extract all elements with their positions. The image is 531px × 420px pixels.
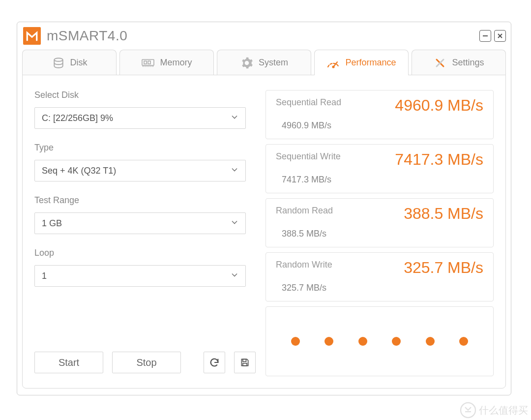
action-row: Start Stop bbox=[34, 337, 256, 376]
loop-dropdown[interactable]: 1 bbox=[34, 265, 246, 287]
app-logo-icon bbox=[23, 27, 41, 45]
result-sequential-write: Sequential Write 7417.3 MB/s 7417.3 MB/s bbox=[266, 144, 494, 193]
result-sub: 7417.3 MB/s bbox=[282, 175, 483, 185]
chevron-down-icon bbox=[231, 271, 238, 281]
tab-memory[interactable]: Memory bbox=[119, 50, 214, 75]
progress-dot bbox=[324, 337, 333, 346]
type-dropdown[interactable]: Seq + 4K (Q32 T1) bbox=[34, 160, 246, 181]
tab-label: Settings bbox=[452, 58, 484, 68]
progress-dot bbox=[459, 337, 468, 346]
progress-dot bbox=[358, 337, 367, 346]
tab-label: System bbox=[259, 58, 288, 68]
config-column: Select Disk C: [22/256GB] 9% Type Seq + … bbox=[34, 90, 256, 376]
type-value: Seq + 4K (Q32 T1) bbox=[42, 166, 116, 176]
test-range-dropdown[interactable]: 1 GB bbox=[34, 212, 246, 234]
svg-rect-5 bbox=[144, 61, 147, 64]
select-disk-value: C: [22/256GB] 9% bbox=[42, 113, 113, 123]
loop-label: Loop bbox=[34, 248, 256, 258]
memory-icon bbox=[141, 56, 155, 70]
result-value: 4960.9 MB/s bbox=[395, 96, 483, 115]
select-disk-dropdown[interactable]: C: [22/256GB] 9% bbox=[34, 107, 246, 129]
result-sub: 388.5 MB/s bbox=[282, 229, 483, 239]
tab-bar: Disk Memory System bbox=[17, 50, 511, 75]
close-button[interactable] bbox=[494, 30, 506, 42]
test-range-value: 1 GB bbox=[42, 218, 62, 229]
app-window: mSMART4.0 Disk Memory bbox=[17, 22, 511, 395]
select-disk-label: Select Disk bbox=[34, 90, 256, 100]
result-sub: 4960.9 MB/s bbox=[282, 120, 483, 131]
disk-icon bbox=[52, 56, 65, 70]
result-value: 7417.3 MB/s bbox=[395, 150, 483, 169]
result-value: 325.7 MB/s bbox=[404, 259, 483, 277]
progress-dot bbox=[392, 337, 401, 346]
chevron-down-icon bbox=[231, 113, 238, 123]
result-value: 388.5 MB/s bbox=[404, 205, 483, 223]
tab-performance[interactable]: Performance bbox=[314, 50, 409, 75]
tab-system[interactable]: System bbox=[217, 50, 311, 75]
svg-point-3 bbox=[54, 58, 62, 61]
tab-label: Performance bbox=[345, 58, 396, 68]
stop-button[interactable]: Stop bbox=[112, 352, 181, 373]
settings-x-icon bbox=[433, 56, 447, 70]
svg-rect-18 bbox=[243, 363, 247, 366]
type-label: Type bbox=[34, 143, 256, 153]
loop-value: 1 bbox=[42, 271, 47, 281]
minimize-button[interactable] bbox=[479, 30, 491, 42]
test-range-label: Test Range bbox=[34, 195, 256, 206]
svg-rect-17 bbox=[243, 359, 246, 361]
results-column: Sequential Read 4960.9 MB/s 4960.9 MB/s … bbox=[266, 90, 494, 376]
tab-label: Memory bbox=[160, 58, 192, 68]
result-sequential-read: Sequential Read 4960.9 MB/s 4960.9 MB/s bbox=[266, 90, 494, 139]
refresh-button[interactable] bbox=[204, 352, 225, 373]
result-sub: 325.7 MB/s bbox=[282, 283, 483, 293]
titlebar: mSMART4.0 bbox=[17, 22, 511, 50]
app-title: mSMART4.0 bbox=[47, 28, 127, 44]
svg-point-19 bbox=[461, 403, 475, 418]
start-button[interactable]: Start bbox=[34, 352, 103, 373]
progress-dots-card bbox=[266, 306, 494, 376]
gauge-icon bbox=[326, 56, 340, 70]
tab-settings[interactable]: Settings bbox=[412, 50, 506, 75]
watermark-text: 什么值得买 bbox=[479, 404, 528, 417]
save-button[interactable] bbox=[234, 352, 256, 373]
content-panel: Select Disk C: [22/256GB] 9% Type Seq + … bbox=[22, 75, 506, 389]
svg-point-14 bbox=[333, 66, 334, 67]
chevron-down-icon bbox=[231, 218, 238, 229]
progress-dot bbox=[426, 337, 435, 346]
chevron-down-icon bbox=[231, 166, 238, 176]
result-random-read: Random Read 388.5 MB/s 388.5 MB/s bbox=[266, 198, 494, 247]
watermark: 什么值得买 bbox=[459, 401, 528, 419]
svg-rect-6 bbox=[148, 61, 150, 64]
tab-label: Disk bbox=[70, 58, 88, 68]
result-random-write: Random Write 325.7 MB/s 325.7 MB/s bbox=[266, 252, 494, 301]
gear-icon bbox=[240, 56, 254, 70]
tab-disk[interactable]: Disk bbox=[22, 50, 117, 75]
progress-dot bbox=[291, 337, 300, 346]
